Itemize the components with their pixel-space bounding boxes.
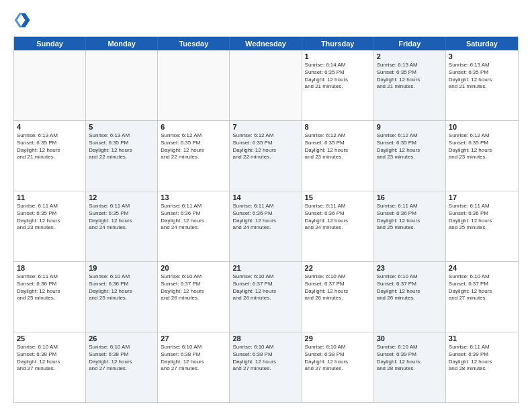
day-number: 21: [232, 264, 298, 272]
day-number: 15: [305, 193, 371, 201]
day-number: 12: [89, 193, 154, 201]
day-number: 28: [232, 334, 298, 342]
day-number: 23: [377, 264, 443, 272]
day-number: 24: [449, 264, 515, 272]
day-info: Sunrise: 6:12 AM Sunset: 6:35 PM Dayligh…: [305, 132, 371, 161]
page: SundayMondayTuesdayWednesdayThursdayFrid…: [0, 0, 532, 411]
calendar-cell-6: 6Sunrise: 6:12 AM Sunset: 6:35 PM Daylig…: [158, 121, 230, 191]
day-info: Sunrise: 6:11 AM Sunset: 6:36 PM Dayligh…: [377, 203, 443, 232]
calendar-cell-12: 12Sunrise: 6:11 AM Sunset: 6:35 PM Dayli…: [86, 191, 158, 261]
calendar-cell-24: 24Sunrise: 6:10 AM Sunset: 6:37 PM Dayli…: [446, 262, 518, 332]
day-info: Sunrise: 6:10 AM Sunset: 6:38 PM Dayligh…: [17, 344, 83, 373]
day-info: Sunrise: 6:10 AM Sunset: 6:39 PM Dayligh…: [377, 344, 443, 373]
calendar-cell-22: 22Sunrise: 6:10 AM Sunset: 6:37 PM Dayli…: [302, 262, 374, 332]
day-info: Sunrise: 6:10 AM Sunset: 6:37 PM Dayligh…: [377, 273, 443, 302]
calendar-cell-21: 21Sunrise: 6:10 AM Sunset: 6:37 PM Dayli…: [230, 262, 302, 332]
day-number: 4: [17, 123, 83, 131]
calendar-cell-23: 23Sunrise: 6:10 AM Sunset: 6:37 PM Dayli…: [374, 262, 446, 332]
day-number: 16: [377, 193, 443, 201]
calendar-row-5: 25Sunrise: 6:10 AM Sunset: 6:38 PM Dayli…: [14, 332, 518, 402]
day-number: 30: [377, 334, 443, 342]
calendar-cell-15: 15Sunrise: 6:11 AM Sunset: 6:36 PM Dayli…: [302, 191, 374, 261]
calendar-cell-29: 29Sunrise: 6:10 AM Sunset: 6:38 PM Dayli…: [302, 332, 374, 402]
calendar-cell-8: 8Sunrise: 6:12 AM Sunset: 6:35 PM Daylig…: [302, 121, 374, 191]
calendar-cell-3: 3Sunrise: 6:13 AM Sunset: 6:35 PM Daylig…: [446, 50, 518, 120]
calendar-cell-13: 13Sunrise: 6:11 AM Sunset: 6:36 PM Dayli…: [158, 191, 230, 261]
day-number: 6: [161, 123, 226, 131]
day-info: Sunrise: 6:11 AM Sunset: 6:35 PM Dayligh…: [89, 203, 154, 232]
calendar-cell-26: 26Sunrise: 6:10 AM Sunset: 6:38 PM Dayli…: [86, 332, 158, 402]
calendar-cell-1: 1Sunrise: 6:14 AM Sunset: 6:35 PM Daylig…: [302, 50, 374, 120]
day-info: Sunrise: 6:13 AM Sunset: 6:35 PM Dayligh…: [89, 132, 154, 161]
calendar-cell-10: 10Sunrise: 6:12 AM Sunset: 6:35 PM Dayli…: [446, 121, 518, 191]
day-info: Sunrise: 6:12 AM Sunset: 6:35 PM Dayligh…: [377, 132, 443, 161]
day-number: 22: [305, 264, 371, 272]
calendar-cell-7: 7Sunrise: 6:12 AM Sunset: 6:35 PM Daylig…: [230, 121, 302, 191]
day-info: Sunrise: 6:11 AM Sunset: 6:36 PM Dayligh…: [17, 273, 83, 302]
day-info: Sunrise: 6:10 AM Sunset: 6:36 PM Dayligh…: [89, 273, 154, 302]
header-day-monday: Monday: [86, 37, 158, 50]
day-info: Sunrise: 6:12 AM Sunset: 6:35 PM Dayligh…: [161, 132, 226, 161]
day-info: Sunrise: 6:13 AM Sunset: 6:35 PM Dayligh…: [377, 62, 443, 91]
day-number: 19: [89, 264, 154, 272]
day-number: 26: [89, 334, 154, 342]
header-day-saturday: Saturday: [446, 37, 518, 50]
calendar-cell-16: 16Sunrise: 6:11 AM Sunset: 6:36 PM Dayli…: [374, 191, 446, 261]
day-info: Sunrise: 6:13 AM Sunset: 6:35 PM Dayligh…: [449, 62, 515, 91]
day-info: Sunrise: 6:10 AM Sunset: 6:38 PM Dayligh…: [161, 344, 226, 373]
day-info: Sunrise: 6:11 AM Sunset: 6:39 PM Dayligh…: [449, 344, 515, 373]
calendar: SundayMondayTuesdayWednesdayThursdayFrid…: [13, 36, 519, 403]
calendar-cell-4: 4Sunrise: 6:13 AM Sunset: 6:35 PM Daylig…: [14, 121, 86, 191]
day-info: Sunrise: 6:14 AM Sunset: 6:35 PM Dayligh…: [305, 62, 371, 91]
day-number: 3: [449, 52, 515, 60]
calendar-cell-18: 18Sunrise: 6:11 AM Sunset: 6:36 PM Dayli…: [14, 262, 86, 332]
calendar-cell-20: 20Sunrise: 6:10 AM Sunset: 6:37 PM Dayli…: [158, 262, 230, 332]
day-number: 1: [305, 52, 371, 60]
header-day-wednesday: Wednesday: [230, 37, 302, 50]
header-day-thursday: Thursday: [302, 37, 374, 50]
calendar-cell-27: 27Sunrise: 6:10 AM Sunset: 6:38 PM Dayli…: [158, 332, 230, 402]
day-number: 8: [305, 123, 371, 131]
day-number: 27: [161, 334, 226, 342]
day-info: Sunrise: 6:10 AM Sunset: 6:38 PM Dayligh…: [89, 344, 154, 373]
day-number: 20: [161, 264, 226, 272]
day-info: Sunrise: 6:13 AM Sunset: 6:35 PM Dayligh…: [17, 132, 83, 161]
day-info: Sunrise: 6:11 AM Sunset: 6:36 PM Dayligh…: [232, 203, 298, 232]
logo-icon: [13, 11, 32, 30]
calendar-cell-14: 14Sunrise: 6:11 AM Sunset: 6:36 PM Dayli…: [230, 191, 302, 261]
day-number: 31: [449, 334, 515, 342]
calendar-body: 1Sunrise: 6:14 AM Sunset: 6:35 PM Daylig…: [14, 50, 518, 402]
day-info: Sunrise: 6:10 AM Sunset: 6:37 PM Dayligh…: [449, 273, 515, 302]
day-number: 2: [377, 52, 443, 60]
day-info: Sunrise: 6:11 AM Sunset: 6:36 PM Dayligh…: [305, 203, 371, 232]
calendar-row-3: 11Sunrise: 6:11 AM Sunset: 6:35 PM Dayli…: [14, 191, 518, 262]
svg-marker-1: [15, 13, 22, 28]
day-info: Sunrise: 6:10 AM Sunset: 6:37 PM Dayligh…: [161, 273, 226, 302]
day-info: Sunrise: 6:11 AM Sunset: 6:35 PM Dayligh…: [17, 203, 83, 232]
day-info: Sunrise: 6:11 AM Sunset: 6:36 PM Dayligh…: [449, 203, 515, 232]
header-day-sunday: Sunday: [14, 37, 86, 50]
day-info: Sunrise: 6:11 AM Sunset: 6:36 PM Dayligh…: [161, 203, 226, 232]
day-info: Sunrise: 6:12 AM Sunset: 6:35 PM Dayligh…: [232, 132, 298, 161]
calendar-cell-11: 11Sunrise: 6:11 AM Sunset: 6:35 PM Dayli…: [14, 191, 86, 261]
header-day-friday: Friday: [374, 37, 446, 50]
logo: [13, 11, 35, 30]
calendar-cell-2: 2Sunrise: 6:13 AM Sunset: 6:35 PM Daylig…: [374, 50, 446, 120]
day-number: 7: [232, 123, 298, 131]
calendar-cell-empty-2: [158, 50, 230, 120]
calendar-cell-empty-3: [230, 50, 302, 120]
day-number: 29: [305, 334, 371, 342]
day-info: Sunrise: 6:12 AM Sunset: 6:35 PM Dayligh…: [449, 132, 515, 161]
header: [13, 11, 519, 30]
calendar-header: SundayMondayTuesdayWednesdayThursdayFrid…: [14, 37, 518, 50]
calendar-cell-empty-0: [14, 50, 86, 120]
day-number: 14: [232, 193, 298, 201]
day-number: 13: [161, 193, 226, 201]
calendar-row-2: 4Sunrise: 6:13 AM Sunset: 6:35 PM Daylig…: [14, 121, 518, 191]
day-number: 18: [17, 264, 83, 272]
day-info: Sunrise: 6:10 AM Sunset: 6:37 PM Dayligh…: [305, 273, 371, 302]
calendar-cell-25: 25Sunrise: 6:10 AM Sunset: 6:38 PM Dayli…: [14, 332, 86, 402]
calendar-cell-28: 28Sunrise: 6:10 AM Sunset: 6:38 PM Dayli…: [230, 332, 302, 402]
day-number: 10: [449, 123, 515, 131]
day-number: 17: [449, 193, 515, 201]
